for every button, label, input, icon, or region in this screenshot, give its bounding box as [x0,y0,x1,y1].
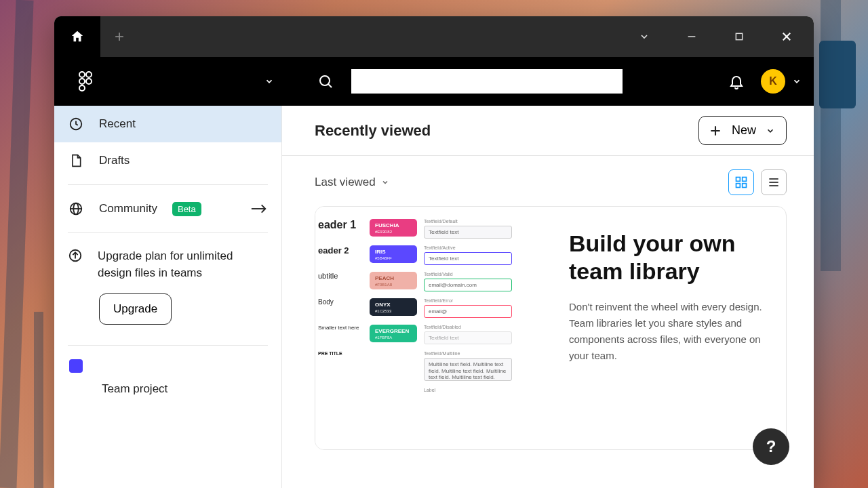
team-color-swatch[interactable] [69,359,83,373]
svg-rect-23 [743,184,747,188]
color-chip: EVERGREEN#1FBF8A [370,325,417,342]
sidebar: Recent Drafts Community Beta [54,106,282,488]
globe-icon [68,201,84,216]
account-menu[interactable]: K [761,69,802,94]
svg-line-10 [328,84,332,87]
controls-row: Last viewed [282,156,814,206]
svg-rect-1 [736,33,742,39]
sort-dropdown[interactable]: Last viewed [315,176,389,189]
card-heading: Build your own team library [569,230,763,285]
sidebar-item-recent[interactable]: Recent [54,106,281,142]
chevron-down-icon [766,126,775,136]
arrow-right-icon [250,203,268,215]
color-chip: PEACH#F0B1A8 [370,272,417,289]
svg-rect-22 [736,184,741,188]
mock-textfield: Textfield/Validemail@domain.com [424,272,538,291]
divider [68,345,268,346]
add-tab-button[interactable]: + [100,27,138,46]
search-wrap [317,69,623,94]
main-content: Recently viewed New Last viewed [282,106,814,488]
plus-icon: + [115,27,124,46]
view-toggle [728,169,787,195]
document-icon [68,153,84,168]
search-input[interactable] [351,69,623,94]
bell-icon [728,73,745,89]
home-icon [70,29,85,44]
svg-point-7 [86,79,92,84]
svg-rect-21 [743,178,747,182]
window-close-button[interactable] [772,22,802,52]
svg-rect-8 [79,85,85,91]
chevron-down-icon [792,77,802,86]
mock-text: eader 2 [315,245,363,256]
grid-icon [734,176,748,189]
figma-logo[interactable] [69,71,102,92]
mock-textfield: Textfield/ActiveTextfield text [424,245,538,265]
minimize-icon [686,31,697,42]
app-window: + [54,16,814,488]
grid-view-button[interactable] [728,169,754,195]
sidebar-item-community[interactable]: Community Beta [54,190,281,227]
help-icon: ? [766,437,776,456]
mock-textfield: Textfield/DefaultTextfield text [424,219,538,239]
chevron-down-icon [639,31,650,42]
maximize-icon [734,32,744,41]
app-body: Recent Drafts Community Beta [54,106,814,488]
workspace-switcher[interactable] [264,77,274,86]
mock-textfield: Textfield/Erroremail@ [424,298,538,318]
window-maximize-button[interactable] [724,22,754,52]
sidebar-item-drafts[interactable]: Drafts [54,142,281,179]
sidebar-item-label: Drafts [99,154,130,167]
upgrade-button[interactable]: Upgrade [99,293,172,325]
window-minimize-button[interactable] [677,22,707,52]
sidebar-item-label: Recent [99,117,136,131]
color-chip: ONYX#1C2533 [370,298,417,316]
mock-textfield: Textfield/MultilineMultiline text field.… [424,351,538,381]
sort-label: Last viewed [315,176,376,189]
svg-rect-4 [79,72,85,77]
color-chip: IRIS#5B48FF [370,245,417,263]
chevron-down-icon [264,77,274,86]
list-icon [767,176,781,189]
list-view-button[interactable] [761,169,787,195]
window-controls [629,22,802,52]
avatar: K [761,69,785,94]
notifications-button[interactable] [728,73,745,89]
new-button[interactable]: New [698,116,787,145]
card-description: Don't reinvent the wheel with every desi… [569,299,763,364]
window-menu-button[interactable] [629,22,659,52]
mock-text: Smaller text here [315,325,363,331]
app-header: K [54,57,814,106]
mock-textfield: Label [424,388,538,394]
mock-text: Body [315,298,363,306]
card-preview: eader 1 FUSCHIA#E93D82 Textfield/Default… [315,207,546,449]
svg-rect-20 [736,178,741,182]
chevron-down-icon [381,178,389,186]
mock-textfield: Textfield/DisabledTextfield text [424,325,538,344]
close-icon [781,30,793,43]
figma-logo-icon [79,71,92,92]
home-tab[interactable] [54,16,100,57]
card-body: Build your own team library Don't reinve… [546,207,786,449]
search-icon [317,73,334,89]
main-header: Recently viewed New [282,106,814,156]
svg-rect-5 [86,72,92,77]
svg-rect-6 [79,79,85,84]
color-chip: FUSCHIA#E93D82 [370,219,417,237]
svg-point-9 [320,76,330,85]
plus-icon [709,124,722,138]
sidebar-item-label: Community [99,202,157,216]
beta-badge: Beta [172,202,201,216]
mock-text: ubtitle [315,272,363,280]
page-title: Recently viewed [315,122,431,140]
help-button[interactable]: ? [753,428,789,465]
new-button-label: New [732,123,756,138]
team-library-card[interactable]: eader 1 FUSCHIA#E93D82 Textfield/Default… [315,206,787,450]
mock-text: PRE TITLE [315,351,363,356]
team-project-link[interactable]: Team project [54,375,281,400]
clock-icon [68,117,84,131]
upgrade-text: Upgrade plan for unlimited design files … [98,248,268,281]
divider [68,232,268,233]
header-right: K [728,69,802,94]
divider [68,184,268,185]
